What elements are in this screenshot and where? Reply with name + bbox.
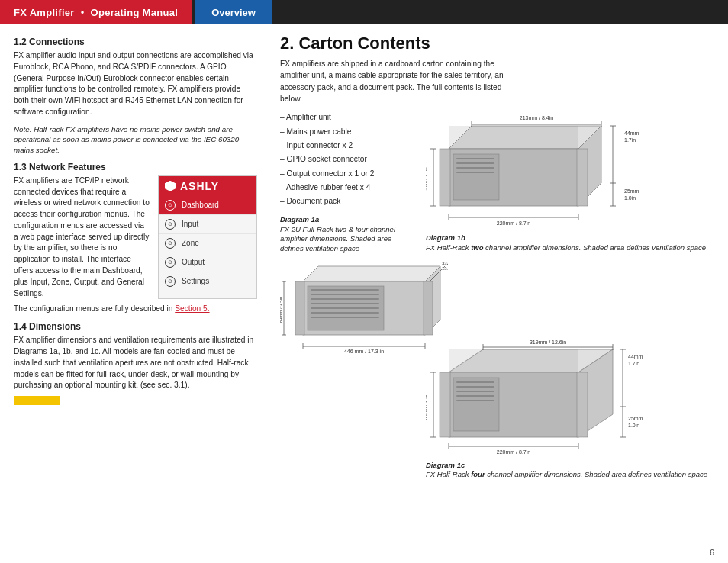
svg-rect-65 — [577, 372, 588, 437]
diagram-1c-svg: 220mm / 8.7in 319mm / 12.6in 44mm 1.7in — [426, 338, 647, 456]
svg-rect-68 — [456, 391, 494, 392]
svg-rect-70 — [456, 400, 494, 401]
dashboard-icon: ⊙ — [165, 200, 176, 211]
svg-rect-13 — [311, 317, 379, 318]
svg-rect-9 — [311, 298, 379, 300]
svg-text:80mm / 3.1in: 80mm / 3.1in — [426, 393, 428, 420]
yellow-accent-bar — [14, 396, 60, 405]
header-bullet: • — [81, 7, 85, 18]
overview-tab[interactable]: Overview — [195, 0, 272, 24]
svg-text:213mm / 8.4in: 213mm / 8.4in — [520, 115, 553, 121]
menu-item-input[interactable]: ⊙ Input — [159, 215, 256, 234]
svg-rect-64 — [440, 372, 450, 437]
carton-intro: FX amplifiers are shipped in a cardboard… — [280, 58, 524, 105]
svg-rect-12 — [311, 312, 379, 314]
ashly-brand-name: ASHLY — [180, 180, 219, 192]
svg-text:1.0in: 1.0in — [624, 195, 636, 201]
svg-rect-5 — [295, 282, 304, 335]
diagram-1b-panel: 220mm / 8.7in 213mm / 8.4in 44mm 1.7in — [426, 111, 722, 331]
svg-rect-10 — [311, 303, 379, 304]
carton-items-list: Amplifier unit Mains power cable Input c… — [280, 111, 414, 209]
input-icon: ⊙ — [165, 219, 176, 230]
list-item: GPIO socket connector — [280, 153, 414, 166]
svg-rect-30 — [453, 154, 499, 200]
diagram-1c-caption: Diagram 1c FX Half-Rack four channel amp… — [426, 461, 722, 481]
left-column: 1.2 Connections FX amplifier audio input… — [0, 24, 271, 563]
section-14-body: FX amplifier dimensions and ventilation … — [14, 335, 257, 391]
output-icon: ⊙ — [165, 257, 176, 268]
section-12-note: Note: Half-rack FX amplifiers have no ma… — [14, 124, 257, 156]
svg-rect-33 — [456, 158, 494, 159]
page-number: 6 — [710, 548, 714, 557]
manual-label: Operating Manual — [91, 7, 179, 18]
svg-text:220mm / 8.7in: 220mm / 8.7in — [497, 220, 530, 226]
menu-item-zone[interactable]: ⊙ Zone — [159, 234, 256, 253]
svg-rect-35 — [456, 167, 494, 169]
menu-item-dashboard[interactable]: ⊙ Dashboard — [159, 196, 256, 215]
header-brand-manual: FX Amplifier • Operating Manual — [0, 0, 192, 24]
section-13-title: 1.3 Network Features — [14, 162, 257, 172]
svg-rect-29 — [449, 126, 578, 149]
page-header: FX Amplifier • Operating Manual Overview — [0, 0, 728, 24]
svg-rect-62 — [449, 349, 578, 372]
svg-rect-8 — [311, 294, 379, 295]
svg-text:332mm: 332mm — [442, 261, 448, 265]
svg-rect-6 — [424, 282, 433, 335]
svg-rect-32 — [577, 149, 588, 206]
diagram-1b-caption: Diagram 1b FX Half-Rack two channel ampl… — [426, 233, 722, 253]
svg-rect-7 — [311, 289, 379, 291]
diagram-1a-caption: Diagram 1a FX 2U Full-Rack two & four ch… — [280, 215, 414, 254]
svg-text:44mm: 44mm — [624, 130, 639, 136]
svg-rect-67 — [456, 386, 494, 388]
section-12: 1.2 Connections FX amplifier audio input… — [14, 37, 257, 156]
section-12-title: 1.2 Connections — [14, 37, 257, 47]
list-item: Mains power cable — [280, 125, 414, 139]
svg-rect-63 — [453, 378, 499, 431]
list-item: Output connector x 1 or 2 — [280, 167, 414, 181]
diagram-1c-panel: 220mm / 8.7in 319mm / 12.6in 44mm 1.7in — [426, 338, 722, 558]
svg-rect-36 — [456, 172, 494, 173]
svg-text:89mm / 3.5in: 89mm / 3.5in — [280, 297, 283, 323]
list-item: Amplifier unit — [280, 111, 414, 124]
svg-text:1.7in: 1.7in — [628, 361, 639, 366]
svg-rect-69 — [456, 395, 494, 397]
svg-text:319mm / 12.6in: 319mm / 12.6in — [530, 339, 566, 345]
right-column: 2. Carton Contents FX amplifiers are shi… — [271, 24, 728, 563]
svg-marker-1 — [303, 266, 440, 282]
settings-icon: ⊙ — [165, 276, 176, 287]
carton-heading: 2. Carton Contents — [280, 34, 722, 53]
ashly-block: FX amplifiers are TCP/IP network connect… — [14, 175, 257, 300]
svg-text:220mm / 8.7in: 220mm / 8.7in — [497, 449, 530, 455]
list-item: Document pack — [280, 195, 414, 208]
ashly-hex-icon — [165, 181, 176, 191]
diagram-1b-svg: 220mm / 8.7in 213mm / 8.4in 44mm 1.7in — [426, 111, 647, 229]
section-13: 1.3 Network Features FX amplifiers are T… — [14, 162, 257, 315]
diagram-1a-svg: 446 mm / 17.3 in 332mm 13.1in 89mm / 3.5… — [280, 259, 448, 358]
ashly-logo-bar: ASHLY — [159, 176, 256, 196]
zone-icon: ⊙ — [165, 238, 176, 249]
section-12-body: FX amplifier audio input and output conn… — [14, 50, 257, 118]
svg-text:44mm: 44mm — [628, 354, 643, 359]
list-item: Adhesive rubber feet x 4 — [280, 181, 414, 195]
svg-text:25mm: 25mm — [628, 416, 643, 421]
svg-rect-31 — [440, 149, 450, 206]
svg-rect-66 — [456, 381, 494, 383]
svg-text:1.7in: 1.7in — [624, 137, 636, 143]
menu-item-output[interactable]: ⊙ Output — [159, 253, 256, 272]
svg-text:13.1in: 13.1in — [442, 266, 448, 271]
svg-text:25mm: 25mm — [624, 188, 639, 194]
section-14: 1.4 Dimensions FX amplifier dimensions a… — [14, 321, 257, 405]
svg-rect-34 — [456, 162, 494, 164]
svg-text:446 mm / 17.3 in: 446 mm / 17.3 in — [344, 349, 384, 354]
config-link-text: The configuration menus are fully descri… — [14, 304, 257, 315]
svg-text:1.0in: 1.0in — [628, 423, 639, 428]
section-14-title: 1.4 Dimensions — [14, 321, 257, 332]
brand-name: FX Amplifier — [14, 7, 75, 18]
menu-item-settings[interactable]: ⊙ Settings — [159, 272, 256, 291]
ashly-ui-panel: ASHLY ⊙ Dashboard ⊙ Input ⊙ Zone — [158, 175, 257, 300]
svg-rect-11 — [311, 307, 379, 309]
section-13-body: FX amplifiers are TCP/IP network connect… — [14, 175, 150, 300]
main-content: 1.2 Connections FX amplifier audio input… — [0, 24, 728, 563]
section5-link[interactable]: Section 5. — [175, 304, 209, 313]
svg-text:0mm / 3.1in: 0mm / 3.1in — [426, 168, 428, 191]
